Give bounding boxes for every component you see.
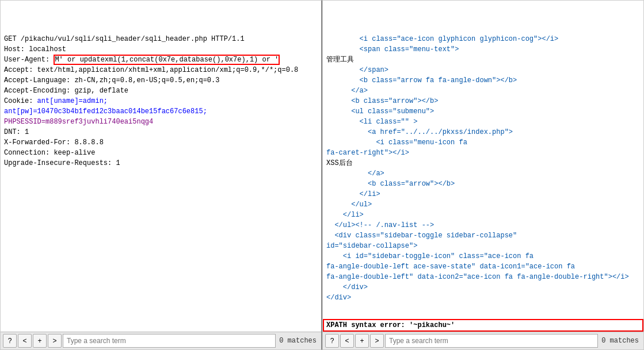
right-prev-button[interactable]: < — [340, 334, 354, 348]
left-line-0: GET /pikachu/vul/sqli/sqli_header/sqli_h… — [4, 34, 318, 44]
left-line-7: ant[pw]=10470c3b4b1fed12c3baac014be15fac… — [4, 106, 318, 117]
right-help-button[interactable]: ? — [325, 334, 339, 348]
right-line-7: <ul class="submenu"> — [326, 106, 640, 117]
right-line-29: <i id="sidebar-toggle-icon" class="ace-i… — [326, 251, 640, 261]
left-line-3: Accept: text/html,application/xhtml+xml,… — [4, 65, 318, 75]
right-line-33: </div> — [326, 293, 640, 303]
left-line-6: Cookie: ant[uname]=admin; — [4, 96, 318, 106]
right-line-11: <i class="menu-icon fa — [326, 137, 640, 148]
right-line-2: 管理工具 — [326, 55, 640, 65]
left-search-input[interactable] — [63, 334, 276, 348]
right-line-25: </ul><!-- /.nav-list --> — [326, 220, 640, 230]
left-line-11: Connection: keep-alive — [4, 148, 318, 158]
left-toolbar: ? < + > 0 matches — [1, 332, 321, 349]
right-line-32: </div> — [326, 282, 640, 293]
left-line-1: Host: localhost — [4, 44, 318, 55]
right-line-3: </span> — [326, 65, 640, 75]
main-area: GET /pikachu/vul/sqli/sqli_header/sqli_h… — [0, 0, 644, 350]
right-line-31: fa-angle-double-left" data-icon2="ace-ic… — [326, 272, 640, 282]
left-pane-content: GET /pikachu/vul/sqli/sqli_header/sqli_h… — [1, 1, 321, 332]
right-line-0: <i class="ace-icon glyphicon glyphicon-c… — [326, 34, 640, 44]
left-line-8: PHPSESSID=m889sref3juvhli740eai5nqg4 — [4, 117, 318, 127]
right-line-14: XSS后台 — [326, 158, 640, 168]
right-pane-content: <i class="ace-icon glyphicon glyphicon-c… — [323, 1, 643, 319]
right-pane-status: XPATH syntax error: '~pikachu~' — [323, 319, 643, 332]
next-button[interactable]: > — [48, 334, 62, 348]
right-line-4: <b class="arrow fa fa-angle-down"></b> — [326, 75, 640, 86]
right-line-6: <b class="arrow"></b> — [326, 96, 640, 106]
right-pane: <i class="ace-icon glyphicon glyphicon-c… — [322, 0, 644, 350]
left-line-12: Upgrade-Insecure-Requests: 1 — [4, 158, 318, 168]
right-line-1: <span class="menu-text"> — [326, 44, 640, 55]
right-match-count: 0 matches — [599, 337, 641, 345]
left-line-4: Accept-Language: zh-CN,zh;q=0.8,en-US;q=… — [4, 75, 318, 86]
right-line-30: fa-angle-double-left ace-save-state" dat… — [326, 261, 640, 272]
left-line-2: User-Agent: M' or updatexml(1,concat(0x7… — [4, 55, 318, 65]
right-line-22: </li> — [326, 210, 640, 220]
right-line-27: <div class="sidebar-toggle sidebar-colla… — [326, 230, 640, 241]
right-line-16: <b class="arrow"></b> — [326, 179, 640, 189]
right-line-12: fa-caret-right"></i> — [326, 148, 640, 158]
right-line-17: </li> — [326, 189, 640, 199]
add-button[interactable]: + — [33, 334, 47, 348]
prev-button[interactable]: < — [18, 334, 32, 348]
help-button[interactable]: ? — [3, 334, 17, 348]
right-line-10: <a href="../../../pkxss/index.php"> — [326, 127, 640, 137]
right-line-21: </ul> — [326, 199, 640, 210]
left-match-count: 0 matches — [277, 337, 319, 345]
left-line-9: DNT: 1 — [4, 127, 318, 137]
right-line-5: </a> — [326, 86, 640, 96]
right-toolbar: ? < + > 0 matches — [323, 332, 643, 349]
right-line-15: </a> — [326, 168, 640, 179]
right-add-button[interactable]: + — [355, 334, 369, 348]
left-line-5: Accept-Encoding: gzip, deflate — [4, 86, 318, 96]
right-next-button[interactable]: > — [370, 334, 384, 348]
right-line-28: id="sidebar-collapse"> — [326, 241, 640, 251]
left-line-10: X-Forwarded-For: 8.8.8.8 — [4, 137, 318, 148]
right-line-9: <li class="" > — [326, 117, 640, 127]
left-pane: GET /pikachu/vul/sqli/sqli_header/sqli_h… — [0, 0, 322, 350]
right-search-input[interactable] — [385, 334, 598, 348]
